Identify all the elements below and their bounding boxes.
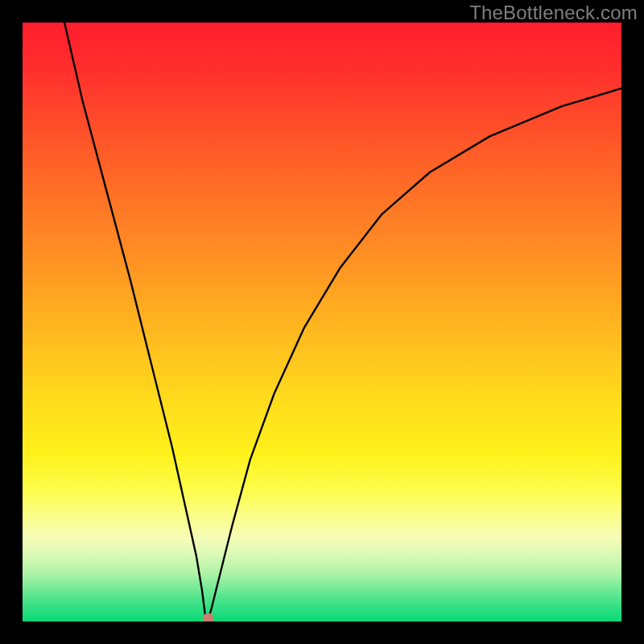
- watermark-text: TheBottleneck.com: [469, 2, 638, 24]
- curve-layer: [23, 23, 621, 621]
- chart-frame: TheBottleneck.com: [0, 0, 644, 644]
- bottleneck-curve: [64, 23, 621, 618]
- plot-area: [23, 23, 621, 621]
